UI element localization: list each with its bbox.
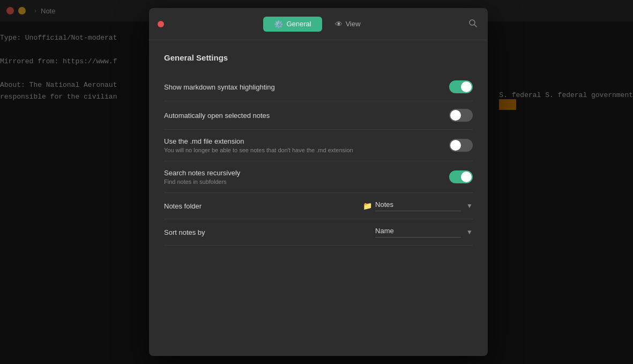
modal-content: General Settings Show markdown syntax hi… — [149, 40, 488, 356]
toggle-auto-open[interactable] — [449, 109, 473, 122]
sort-notes-value: Name — [375, 227, 461, 237]
toggle-track-auto-open[interactable] — [449, 109, 473, 122]
tab-general-label: General — [286, 20, 311, 28]
notes-folder-dropdown[interactable]: 📁 Notes ▼ — [363, 200, 473, 211]
settings-modal: ⚙️ General 👁 View General Settings Show … — [149, 8, 488, 356]
toggle-md-extension[interactable] — [449, 139, 473, 152]
setting-text-markdown: Show markdown syntax highlighting — [164, 83, 275, 91]
toggle-thumb-markdown — [461, 81, 472, 92]
toggle-thumb-auto-open — [450, 110, 461, 121]
tab-group: ⚙️ General 👁 View — [173, 17, 462, 32]
setting-subtext-md-extension: You will no longer be able to see notes … — [164, 147, 353, 153]
notes-folder-label: Notes folder — [164, 202, 202, 210]
setting-row-auto-open: Automatically open selected notes — [164, 101, 473, 130]
sort-notes-arrow: ▼ — [466, 228, 473, 236]
folder-icon: 📁 — [363, 202, 372, 210]
setting-label-auto-open: Automatically open selected notes — [164, 112, 270, 120]
notes-folder-text: Notes — [375, 200, 393, 209]
tab-general[interactable]: ⚙️ General — [263, 17, 322, 32]
setting-label-markdown: Show markdown syntax highlighting — [164, 83, 275, 91]
sort-notes-text: Name — [375, 227, 394, 235]
toggle-track-md-extension[interactable] — [449, 139, 473, 152]
sort-notes-dropdown[interactable]: Name ▼ — [375, 227, 473, 237]
setting-label-search-recursive: Search notes recursively Find notes in s… — [164, 169, 240, 185]
general-icon: ⚙️ — [274, 20, 283, 28]
sort-notes-row: Sort notes by Name ▼ — [164, 219, 473, 246]
setting-row-search-recursive: Search notes recursively Find notes in s… — [164, 161, 473, 193]
section-title: General Settings — [164, 53, 473, 62]
svg-line-1 — [474, 25, 476, 27]
modal-toolbar: ⚙️ General 👁 View — [149, 8, 488, 40]
sort-notes-label: Sort notes by — [164, 228, 205, 236]
notes-folder-arrow: ▼ — [466, 202, 473, 210]
view-icon: 👁 — [335, 20, 342, 28]
toggle-search-recursive[interactable] — [449, 170, 473, 183]
setting-text-md-extension: Use the .md file extension — [164, 137, 353, 145]
search-button[interactable] — [466, 17, 479, 32]
notes-folder-value: Notes — [375, 200, 461, 211]
toggle-markdown-highlight[interactable] — [449, 80, 473, 93]
setting-text-auto-open: Automatically open selected notes — [164, 112, 270, 120]
toggle-track-search-recursive[interactable] — [449, 170, 473, 183]
tab-view-label: View — [346, 20, 361, 28]
setting-row-markdown-highlight: Show markdown syntax highlighting — [164, 73, 473, 101]
toggle-thumb-search-recursive — [461, 172, 472, 182]
setting-row-md-extension: Use the .md file extension You will no l… — [164, 130, 473, 161]
setting-text-search-recursive: Search notes recursively — [164, 169, 240, 177]
toggle-thumb-md-extension — [450, 140, 461, 151]
toggle-track-markdown[interactable] — [449, 80, 473, 93]
setting-subtext-search-recursive: Find notes in subfolders — [164, 179, 240, 185]
notes-folder-row: Notes folder 📁 Notes ▼ — [164, 193, 473, 219]
setting-label-md-extension: Use the .md file extension You will no l… — [164, 137, 353, 153]
modal-close-dot[interactable] — [158, 21, 164, 27]
tab-view[interactable]: 👁 View — [324, 17, 371, 32]
